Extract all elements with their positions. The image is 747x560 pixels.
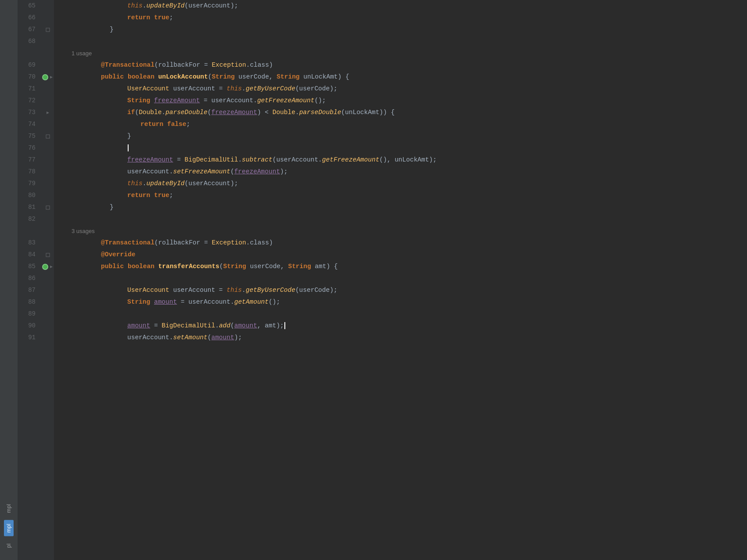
line-number-81: 81 bbox=[18, 201, 38, 213]
annotation-90 bbox=[42, 320, 54, 332]
svg-rect-4 bbox=[46, 206, 50, 209]
annotation-87 bbox=[42, 284, 54, 296]
annotation-83 bbox=[42, 237, 54, 249]
line-number-71: 71 bbox=[18, 83, 38, 95]
line-number-70: 70 bbox=[18, 71, 38, 83]
annotation-84 bbox=[42, 249, 54, 261]
annotation-80 bbox=[42, 190, 54, 201]
svg-marker-1 bbox=[50, 76, 53, 79]
code-line-85: public boolean transferAccounts(String u… bbox=[63, 261, 747, 273]
line-number-91: 91 bbox=[18, 332, 38, 344]
code-line-83: @Transactional(rollbackFor = Exception.c… bbox=[63, 237, 747, 249]
code-line-80: return true; bbox=[63, 190, 747, 201]
line-number-85: 85 bbox=[18, 261, 38, 273]
line-number-73: 73 bbox=[18, 107, 38, 118]
annotation-66 bbox=[42, 12, 54, 24]
annotation-70 bbox=[42, 71, 54, 83]
line-number-75: 75 bbox=[18, 130, 38, 142]
line-number-78: 78 bbox=[18, 166, 38, 178]
line-number-87: 87 bbox=[18, 284, 38, 296]
text-cursor-90 bbox=[284, 322, 285, 329]
line-numbers-column: 65 66 67 68 69 70 71 72 73 74 75 76 bbox=[18, 0, 42, 560]
code-editor[interactable]: this.updateById(userAccount); return tru… bbox=[54, 0, 747, 560]
left-label-mpl-1: mpl bbox=[4, 500, 14, 517]
annotation-71 bbox=[42, 83, 54, 95]
svg-rect-0 bbox=[46, 28, 50, 32]
debug-icon-85[interactable] bbox=[42, 264, 48, 270]
code-line-68 bbox=[63, 36, 747, 47]
editor-container: mpl mpl pl 65 66 67 68 69 70 71 72 73 bbox=[0, 0, 747, 560]
annotations-column bbox=[42, 0, 54, 560]
line-number-67: 67 bbox=[18, 24, 38, 36]
line-number-89: 89 bbox=[18, 308, 38, 320]
annotation-75 bbox=[42, 130, 54, 142]
annotation-79 bbox=[42, 178, 54, 190]
debug-icon-70[interactable] bbox=[42, 74, 48, 80]
line-number-77: 77 bbox=[18, 154, 38, 166]
annotation-78 bbox=[42, 166, 54, 178]
fold-icon-81[interactable] bbox=[46, 205, 50, 210]
annotation-74 bbox=[42, 118, 54, 130]
svg-marker-2 bbox=[47, 111, 49, 114]
annotation-91 bbox=[42, 332, 54, 344]
line-number-86: 86 bbox=[18, 273, 38, 284]
annotation-usage-2 bbox=[42, 225, 54, 237]
annotation-68 bbox=[42, 36, 54, 47]
line-number-90: 90 bbox=[18, 320, 38, 332]
annotation-73 bbox=[42, 107, 54, 118]
code-line-82 bbox=[63, 213, 747, 225]
code-line-74: return false; bbox=[63, 118, 747, 130]
code-line-88: String amount = userAccount.getAmount(); bbox=[63, 296, 747, 308]
line-number-72: 72 bbox=[18, 95, 38, 107]
annotation-69 bbox=[42, 59, 54, 71]
svg-rect-5 bbox=[46, 253, 50, 257]
editor-wrapper: 65 66 67 68 69 70 71 72 73 74 75 76 bbox=[18, 0, 747, 560]
line-number-76: 76 bbox=[18, 142, 38, 154]
line-number-79: 79 bbox=[18, 178, 38, 190]
fold-icon-67[interactable] bbox=[46, 28, 50, 32]
annotation-65 bbox=[42, 0, 54, 12]
annotation-81 bbox=[42, 201, 54, 213]
line-number-82: 82 bbox=[18, 213, 38, 225]
line-number-84: 84 bbox=[18, 249, 38, 261]
line-number-83: 83 bbox=[18, 237, 38, 249]
annotation-86 bbox=[42, 273, 54, 284]
left-label-mpl-2[interactable]: mpl bbox=[4, 520, 14, 536]
fold-icon-75[interactable] bbox=[46, 134, 50, 139]
line-number-74: 74 bbox=[18, 118, 38, 130]
annotation-89 bbox=[42, 308, 54, 320]
left-label-pl: pl bbox=[4, 540, 14, 551]
code-line-91: userAccount.setAmount(amount); bbox=[63, 332, 747, 344]
annotation-76 bbox=[42, 142, 54, 154]
annotation-72 bbox=[42, 95, 54, 107]
line-number-usage-1 bbox=[18, 47, 38, 59]
line-number-66: 66 bbox=[18, 12, 38, 24]
annotation-67 bbox=[42, 24, 54, 36]
fold-icon-84[interactable] bbox=[46, 253, 50, 257]
line-number-80: 80 bbox=[18, 190, 38, 201]
annotation-82 bbox=[42, 213, 54, 225]
annotation-77 bbox=[42, 154, 54, 166]
fold-icon-73[interactable] bbox=[46, 111, 50, 115]
svg-marker-6 bbox=[50, 266, 53, 268]
line-number-usage-2 bbox=[18, 225, 38, 237]
line-number-68: 68 bbox=[18, 36, 38, 47]
fold-icon-85[interactable] bbox=[49, 265, 54, 269]
annotation-85 bbox=[42, 261, 54, 273]
svg-rect-3 bbox=[46, 135, 50, 138]
line-number-65: 65 bbox=[18, 0, 38, 12]
line-number-88: 88 bbox=[18, 296, 38, 308]
code-line-66: return true; bbox=[63, 12, 747, 24]
left-panel: mpl mpl pl bbox=[0, 0, 18, 560]
annotation-88 bbox=[42, 296, 54, 308]
fold-icon-70[interactable] bbox=[49, 75, 54, 79]
line-number-69: 69 bbox=[18, 59, 38, 71]
annotation-usage-1 bbox=[42, 47, 54, 59]
